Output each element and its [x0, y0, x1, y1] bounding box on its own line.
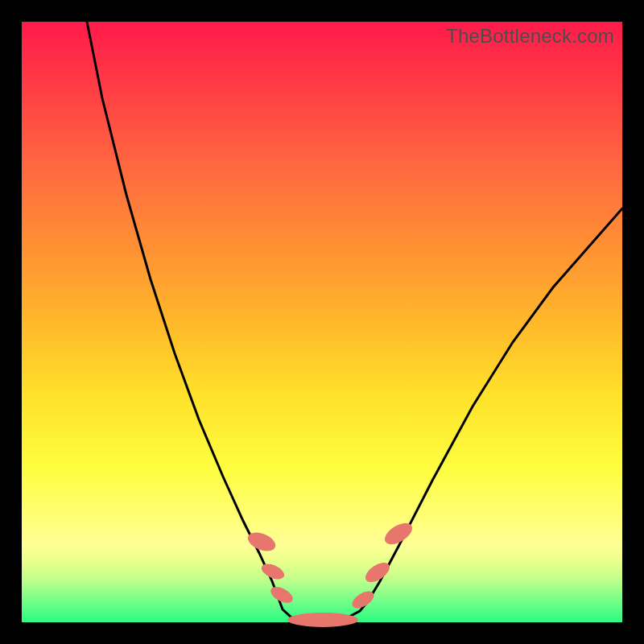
bottleneck-curve-svg — [22, 22, 622, 622]
chart-frame: TheBottleneck.com — [0, 0, 644, 644]
floor-cap — [287, 613, 358, 627]
chart-plot-area: TheBottleneck.com — [22, 22, 622, 622]
left-cap-3 — [268, 584, 295, 606]
right-cap-2 — [362, 559, 393, 586]
watermark-text: TheBottleneck.com — [446, 25, 614, 47]
bottleneck-curve-path — [87, 22, 622, 621]
